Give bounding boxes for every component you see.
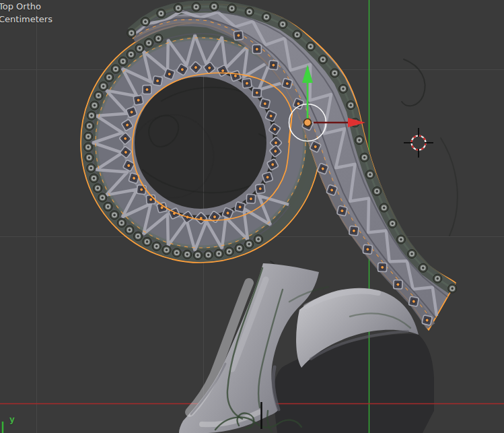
knob-ornament — [410, 253, 413, 255]
jewel-ornament — [378, 263, 387, 271]
knob-ornament — [248, 243, 250, 246]
knob-ornament — [166, 248, 168, 251]
knob-ornament — [96, 187, 99, 190]
jewel-ornament — [235, 202, 246, 213]
knob-ornament — [129, 229, 131, 232]
knob-ornament — [177, 7, 180, 9]
knob-ornament — [228, 251, 231, 253]
jewel-ornament — [268, 60, 278, 69]
jewel-ornament — [262, 172, 273, 182]
knob-ornament — [369, 173, 371, 176]
knob-ornament — [322, 59, 324, 61]
knob-ornament — [113, 214, 116, 217]
knob-ornament — [281, 23, 284, 26]
knob-ornament — [139, 47, 141, 50]
jewel-ornament — [408, 296, 419, 306]
knob-ornament — [400, 238, 402, 241]
knob-ornament — [213, 5, 215, 8]
jewel-ornament — [256, 48, 258, 51]
gizmo-center-dot[interactable] — [304, 119, 312, 127]
knob-ornament — [131, 32, 133, 34]
knob-ornament — [342, 88, 345, 90]
jewel-ornament — [255, 184, 265, 194]
jewel-ornament — [252, 88, 262, 98]
knob-ornament — [238, 247, 241, 250]
knob-ornament — [160, 12, 163, 15]
jewel-ornament — [146, 88, 149, 91]
knob-ornament — [147, 42, 150, 44]
jewel-ornament — [242, 78, 252, 88]
knob-ornament — [101, 197, 104, 199]
knob-ornament — [137, 235, 139, 238]
knob-ornament — [196, 254, 199, 257]
knob-ornament — [98, 94, 100, 97]
jewel-ornament — [337, 205, 348, 216]
knob-ornament — [248, 11, 251, 13]
knob-ornament — [89, 167, 92, 170]
knob-ornament — [108, 76, 110, 79]
knob-ornament — [102, 85, 105, 88]
knob-ornament — [90, 114, 93, 117]
knob-ornament — [88, 156, 91, 159]
jewel-ornament — [246, 194, 256, 203]
knob-ornament — [375, 190, 378, 193]
knob-ornament — [383, 207, 386, 209]
knob-ornament — [310, 45, 312, 48]
jewel-ornament — [394, 280, 402, 289]
knob-ornament — [114, 68, 117, 71]
jewel-ornament — [349, 226, 359, 236]
jewel-ornament — [233, 30, 243, 40]
jewel-ornament — [363, 244, 372, 254]
knob-ornament — [422, 267, 425, 269]
knob-ornament — [93, 177, 96, 180]
knob-ornament — [122, 60, 124, 63]
knob-ornament — [195, 5, 198, 8]
knob-ornament — [157, 37, 160, 40]
knob-ornament — [88, 125, 91, 127]
jewel-ornament — [260, 98, 271, 109]
knob-ornament — [349, 104, 352, 106]
knob-ornament — [363, 156, 366, 159]
knob-ornament — [130, 53, 133, 56]
jewel-ornament — [422, 315, 433, 326]
knob-ornament — [358, 139, 361, 141]
knob-ornament — [231, 7, 233, 10]
knob-ornament — [87, 135, 89, 138]
knob-ornament — [265, 16, 268, 19]
knob-ornament — [120, 222, 123, 224]
viewport-3d[interactable]: Top Ortho Centimeters y — [0, 0, 504, 433]
knob-ornament — [107, 205, 110, 208]
knob-ornament — [334, 72, 336, 75]
jewel-ornament — [230, 71, 241, 81]
jewel-ornament — [282, 78, 293, 89]
knob-ornament — [87, 146, 89, 149]
knob-ornament — [436, 277, 439, 280]
knob-ornament — [207, 254, 210, 257]
jewel-ornament — [133, 95, 143, 105]
viewport-canvas[interactable] — [0, 0, 504, 433]
knob-ornament — [146, 240, 149, 243]
knob-ornament — [176, 251, 178, 254]
knob-ornament — [94, 104, 96, 107]
knob-ornament — [451, 288, 454, 290]
jewel-ornament — [137, 185, 146, 194]
knob-ornament — [217, 253, 220, 255]
jewel-ornament — [252, 44, 261, 53]
knob-ornament — [257, 238, 260, 240]
knob-ornament — [296, 34, 299, 36]
knob-ornament — [186, 253, 188, 256]
jewel-ornament — [153, 75, 163, 86]
knob-ornament — [144, 20, 147, 23]
jewel-ornament — [143, 86, 151, 94]
knob-ornament — [391, 222, 394, 225]
knob-ornament — [155, 245, 158, 248]
